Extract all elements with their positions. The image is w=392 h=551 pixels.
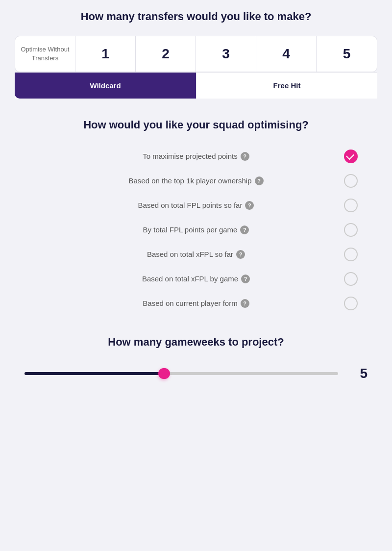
- radio-circle-0[interactable]: [344, 150, 358, 163]
- gameweeks-value: 5: [348, 366, 368, 381]
- help-icon-6[interactable]: ?: [241, 299, 249, 308]
- radio-item-2[interactable]: Based on total FPL points so far ?: [15, 193, 377, 218]
- radio-item-0[interactable]: To maximise projected points ?: [15, 144, 377, 169]
- transfer-option-4[interactable]: 4: [256, 36, 317, 72]
- squad-title: How would you like your squad optimising…: [15, 118, 377, 132]
- radio-item-4[interactable]: Based on total xFPL so far ?: [15, 242, 377, 267]
- gameweeks-section: How many gameweeks to project? 5: [15, 335, 377, 387]
- help-icon-1[interactable]: ?: [255, 176, 264, 185]
- radio-label-0: To maximise projected points ?: [34, 152, 358, 161]
- slider-container: 5: [15, 361, 377, 386]
- gameweeks-slider[interactable]: [24, 372, 338, 375]
- transfer-option-5[interactable]: 5: [317, 36, 377, 72]
- radio-label-6: Based on current player form ?: [34, 299, 358, 308]
- radio-item-5[interactable]: Based on total xFPL by game ?: [15, 267, 377, 291]
- help-icon-4[interactable]: ?: [236, 250, 245, 259]
- radio-list: To maximise projected points ?Based on t…: [15, 144, 377, 316]
- transfer-option-1[interactable]: 1: [75, 36, 136, 72]
- chip-wildcard[interactable]: Wildcard: [15, 73, 196, 99]
- radio-label-3: By total FPL points per game ?: [34, 225, 358, 234]
- radio-item-1[interactable]: Based on the top 1k player ownership ?: [15, 169, 377, 193]
- radio-label-5: Based on total xFPL by game ?: [34, 275, 358, 283]
- transfer-option-2[interactable]: 2: [136, 36, 196, 72]
- chip-row: WildcardFree Hit: [15, 72, 377, 99]
- radio-item-3[interactable]: By total FPL points per game ?: [15, 218, 377, 242]
- chip-free-hit[interactable]: Free Hit: [196, 73, 377, 99]
- transfer-options-container: Optimise Without Transfers12345 Wildcard…: [15, 36, 377, 99]
- slider-track-wrapper[interactable]: [24, 372, 338, 375]
- radio-circle-1[interactable]: [344, 174, 358, 188]
- gameweeks-title: How many gameweeks to project?: [15, 335, 377, 350]
- help-icon-0[interactable]: ?: [241, 152, 249, 161]
- help-icon-2[interactable]: ?: [245, 201, 254, 210]
- transfer-option-3[interactable]: 3: [196, 36, 256, 72]
- radio-circle-5[interactable]: [344, 272, 358, 286]
- help-icon-3[interactable]: ?: [240, 225, 249, 234]
- squad-section: How would you like your squad optimising…: [15, 118, 377, 316]
- transfers-title: How many transfers would you like to mak…: [15, 10, 377, 24]
- radio-circle-3[interactable]: [344, 223, 358, 237]
- radio-label-2: Based on total FPL points so far ?: [34, 201, 358, 210]
- help-icon-5[interactable]: ?: [241, 275, 250, 283]
- transfer-option-0[interactable]: Optimise Without Transfers: [15, 36, 75, 72]
- radio-circle-6[interactable]: [344, 297, 358, 310]
- radio-circle-4[interactable]: [344, 248, 358, 261]
- transfers-section: How many transfers would you like to mak…: [15, 10, 377, 99]
- radio-label-1: Based on the top 1k player ownership ?: [34, 176, 358, 185]
- radio-item-6[interactable]: Based on current player form ?: [15, 291, 377, 316]
- radio-label-4: Based on total xFPL so far ?: [34, 250, 358, 259]
- transfer-grid: Optimise Without Transfers12345: [15, 36, 377, 72]
- radio-circle-2[interactable]: [344, 199, 358, 212]
